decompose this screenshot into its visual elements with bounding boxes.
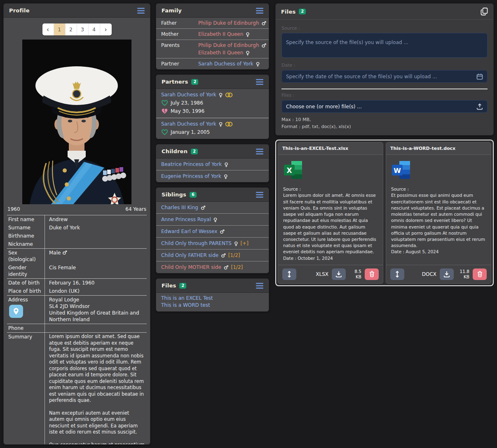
table-row: Nickname	[7, 240, 147, 248]
person-link[interactable]: Eugenie Princess of York	[161, 173, 221, 179]
person-link[interactable]: Sarah Duchess of York	[161, 92, 216, 98]
sibling-row: Child Only MOTHER side♂[1/2]	[156, 261, 269, 273]
relation-tag: [1/2]	[231, 264, 243, 270]
pager-page-2[interactable]: 2	[66, 23, 77, 35]
female-symbol: ♀	[213, 217, 218, 222]
table-row: SurnameDuke of York	[7, 224, 147, 232]
profile-header: Profile	[4, 4, 150, 18]
person-link[interactable]: Child Only through PARENTS	[161, 240, 232, 246]
table-row: Gender identityCis Female	[7, 264, 147, 278]
profile-details-table: First nameAndrew SurnameDuke of York Bir…	[7, 215, 147, 445]
age-label: 64 Years	[125, 206, 146, 212]
files-label: Files :	[281, 93, 488, 98]
child-row: Eugenie Princess of York♀	[156, 170, 269, 182]
children-panel: Children 2 Beatrice Princess of York♀ Eu…	[156, 144, 269, 182]
file-size-unit: KB	[356, 274, 361, 279]
date-label: Date :	[281, 63, 488, 68]
card-source-label: Source :	[391, 186, 486, 192]
wedding-rings-icon	[225, 92, 233, 98]
file-size-value: 11.8	[460, 269, 469, 274]
pager-page-1[interactable]: 1	[54, 23, 66, 35]
profile-title: Profile	[9, 7, 30, 14]
person-link[interactable]: Elizabeth II Queen	[198, 31, 243, 37]
person-link[interactable]: Anne Princess Royal	[161, 217, 211, 222]
person-link[interactable]: Child Only MOTHER side	[161, 264, 221, 270]
male-symbol: ♂	[201, 205, 206, 210]
date-input-wrap	[281, 70, 488, 83]
card-date-line: Date : October 1, 2024	[283, 255, 378, 261]
expand-card-button[interactable]	[390, 268, 404, 280]
marriage-event: July 23, 1986	[161, 100, 264, 106]
map-pin-button[interactable]	[9, 305, 23, 318]
upload-icon[interactable]	[476, 103, 483, 110]
child-row: Beatrice Princess of York♀	[156, 159, 269, 170]
family-row-mother: Mother Elizabeth II Queen♀	[156, 29, 269, 40]
source-textarea-wrap	[281, 33, 488, 58]
calendar-icon[interactable]	[476, 73, 483, 80]
word-file-icon: W	[391, 161, 486, 181]
family-menu-button[interactable]	[256, 8, 263, 14]
partner-entry: Sarah Duchess of York ♀ January 1, 2005	[156, 118, 269, 139]
table-row: Place of birthLondon (UK)	[7, 287, 147, 295]
family-row-parents: Parents Philip Duke of Edinburgh♂ Elizab…	[156, 40, 269, 58]
person-link[interactable]: Philip Duke of Edinburgh	[198, 42, 259, 48]
date-input[interactable]	[286, 74, 476, 79]
photo-caption: 1960 64 Years	[7, 204, 147, 215]
sibling-row: Charles III King♂	[156, 202, 269, 214]
max-size-hint: Max : 10 MB,	[281, 117, 488, 124]
children-title: Children	[162, 148, 188, 154]
children-menu-button[interactable]	[256, 149, 263, 154]
summary-paragraph: Quo consequatur harum et praesentium qui…	[49, 442, 145, 445]
file-card-word: This-is-a-WORD-test.docx W Source : Et p…	[386, 142, 491, 284]
pager-next-button[interactable]: ›	[100, 23, 112, 35]
person-link[interactable]: Elizabeth II Queen	[198, 50, 243, 56]
person-link[interactable]: Edward Earl of Wessex	[161, 229, 217, 234]
person-link[interactable]: Charles III King	[161, 205, 198, 210]
pager-prev-button[interactable]: ‹	[42, 23, 54, 35]
delete-file-button[interactable]	[473, 268, 487, 280]
divorce-event: May 30, 1996	[161, 108, 264, 114]
expand-card-button[interactable]	[282, 268, 296, 280]
person-link[interactable]: Sarah Duchess of York	[198, 61, 253, 67]
female-symbol: ♀	[246, 50, 250, 56]
form-divider	[281, 89, 488, 89]
male-symbol: ♂	[224, 265, 229, 270]
card-source-label: Source :	[283, 186, 378, 192]
family-title: Family	[162, 7, 182, 14]
sibling-row: Child Only through PARENTS♀[+]	[156, 238, 269, 250]
copy-files-button[interactable]	[481, 7, 488, 16]
map-pin-icon	[13, 308, 19, 315]
person-link[interactable]: Beatrice Princess of York	[161, 161, 222, 167]
file-picker[interactable]: Choose one (or more) file(s) ...	[281, 100, 488, 113]
person-link[interactable]: Child Only FATHER side	[161, 252, 218, 258]
profile-menu-button[interactable]	[137, 8, 145, 14]
file-link[interactable]: This is a WORD test	[161, 302, 264, 308]
file-type-label: XLSX	[316, 271, 328, 277]
source-label: Source :	[281, 26, 488, 31]
pager-page-3[interactable]: 3	[77, 23, 89, 35]
delete-file-button[interactable]	[365, 268, 379, 280]
pager-page-4[interactable]: 4	[89, 23, 100, 35]
siblings-menu-button[interactable]	[256, 192, 263, 198]
male-symbol: ♂	[221, 253, 226, 258]
partners-menu-button[interactable]	[256, 79, 263, 85]
children-count-badge: 2	[191, 149, 198, 154]
family-row-partner: Partner Sarah Duchess of York♀	[156, 58, 269, 69]
source-input[interactable]	[286, 40, 483, 51]
person-link[interactable]: Sarah Duchess of York	[161, 121, 216, 127]
hamburger-icon	[256, 283, 263, 289]
files-list-menu-button[interactable]	[256, 283, 263, 289]
download-icon	[335, 271, 342, 278]
relation-tag: [+]	[240, 240, 248, 246]
birth-year: 1960	[7, 206, 20, 212]
siblings-panel: Siblings 6 Charles III King♂ Anne Prince…	[156, 187, 269, 273]
card-source-text: Et possimus esse qui animi quod eum exer…	[391, 192, 486, 249]
file-link[interactable]: This is an EXCEL Test	[161, 295, 264, 301]
male-symbol: ♂	[262, 43, 267, 48]
person-link[interactable]: Philip Duke of Edinburgh	[198, 20, 259, 26]
wedding-rings-icon	[225, 121, 233, 127]
download-file-button[interactable]	[332, 268, 346, 280]
siblings-title: Siblings	[162, 191, 186, 198]
download-file-button[interactable]	[440, 268, 454, 280]
summary-paragraph: Nam excepturi autem aut eveniet autem qu…	[49, 410, 145, 436]
